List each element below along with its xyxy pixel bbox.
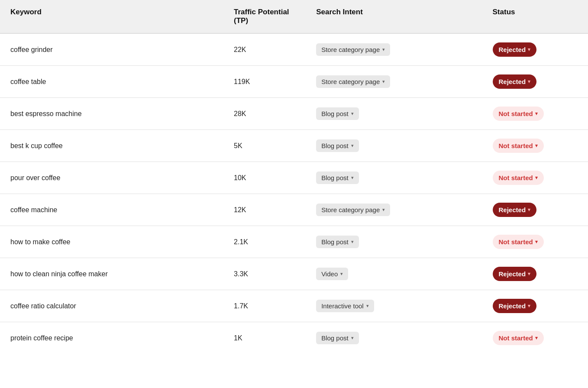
table-row: coffee table119KStore category page▾Reje… <box>0 66 588 98</box>
intent-chevron-icon: ▾ <box>351 143 354 149</box>
cell-intent[interactable]: Store category page▾ <box>306 66 482 98</box>
cell-keyword: how to clean ninja coffee maker <box>0 258 223 290</box>
status-label: Not started <box>499 174 533 181</box>
intent-label: Blog post <box>321 174 349 181</box>
intent-badge[interactable]: Store category page▾ <box>316 75 390 88</box>
cell-keyword: coffee table <box>0 66 223 98</box>
table-row: best k cup coffee5KBlog post▾Not started… <box>0 130 588 162</box>
status-badge[interactable]: Rejected▾ <box>493 267 537 281</box>
status-chevron-icon: ▾ <box>535 335 538 341</box>
table-row: protein coffee recipe1KBlog post▾Not sta… <box>0 322 588 354</box>
cell-traffic: 5K <box>223 130 306 162</box>
status-badge[interactable]: Rejected▾ <box>493 299 537 313</box>
cell-intent[interactable]: Interactive tool▾ <box>306 290 482 322</box>
cell-traffic: 1.7K <box>223 290 306 322</box>
status-label: Rejected <box>499 78 526 85</box>
cell-status[interactable]: Rejected▾ <box>482 33 588 66</box>
status-badge[interactable]: Not started▾ <box>493 107 544 121</box>
cell-status[interactable]: Not started▾ <box>482 130 588 162</box>
intent-badge[interactable]: Blog post▾ <box>316 107 359 120</box>
header-status: Status <box>482 0 588 33</box>
cell-traffic: 1K <box>223 322 306 354</box>
status-badge[interactable]: Not started▾ <box>493 139 544 153</box>
intent-chevron-icon: ▾ <box>382 207 385 213</box>
intent-badge[interactable]: Blog post▾ <box>316 139 359 152</box>
status-badge[interactable]: Not started▾ <box>493 331 544 345</box>
intent-label: Blog post <box>321 110 349 117</box>
intent-chevron-icon: ▾ <box>382 47 385 52</box>
status-chevron-icon: ▾ <box>528 47 530 52</box>
status-badge[interactable]: Rejected▾ <box>493 42 537 57</box>
intent-label: Video <box>321 270 338 278</box>
cell-status[interactable]: Not started▾ <box>482 98 588 130</box>
cell-status[interactable]: Not started▾ <box>482 322 588 354</box>
header-keyword: Keyword <box>0 0 223 33</box>
table-row: coffee ratio calculator1.7KInteractive t… <box>0 290 588 322</box>
status-label: Not started <box>499 142 533 149</box>
table-row: coffee grinder22KStore category page▾Rej… <box>0 33 588 66</box>
intent-badge[interactable]: Store category page▾ <box>316 204 390 216</box>
cell-status[interactable]: Not started▾ <box>482 162 588 194</box>
header-traffic: Traffic Potential (TP) <box>223 0 306 33</box>
intent-chevron-icon: ▾ <box>340 271 343 277</box>
cell-keyword: coffee machine <box>0 194 223 226</box>
cell-intent[interactable]: Blog post▾ <box>306 98 482 130</box>
status-badge[interactable]: Not started▾ <box>493 235 544 249</box>
cell-intent[interactable]: Store category page▾ <box>306 33 482 66</box>
intent-chevron-icon: ▾ <box>382 79 385 84</box>
intent-badge[interactable]: Blog post▾ <box>316 171 359 184</box>
status-chevron-icon: ▾ <box>528 79 530 84</box>
status-label: Not started <box>499 334 533 342</box>
intent-badge[interactable]: Interactive tool▾ <box>316 300 374 312</box>
cell-intent[interactable]: Blog post▾ <box>306 162 482 194</box>
intent-label: Store category page <box>321 46 380 53</box>
cell-status[interactable]: Not started▾ <box>482 226 588 258</box>
table-row: coffee machine12KStore category page▾Rej… <box>0 194 588 226</box>
intent-badge[interactable]: Blog post▾ <box>316 332 359 344</box>
status-label: Not started <box>499 238 533 246</box>
status-chevron-icon: ▾ <box>528 271 530 277</box>
cell-intent[interactable]: Blog post▾ <box>306 322 482 354</box>
intent-label: Blog post <box>321 142 349 149</box>
status-chevron-icon: ▾ <box>535 143 538 149</box>
status-chevron-icon: ▾ <box>528 207 530 213</box>
cell-traffic: 28K <box>223 98 306 130</box>
cell-status[interactable]: Rejected▾ <box>482 290 588 322</box>
intent-label: Blog post <box>321 334 349 342</box>
cell-traffic: 3.3K <box>223 258 306 290</box>
cell-keyword: coffee grinder <box>0 33 223 66</box>
status-badge[interactable]: Rejected▾ <box>493 74 537 89</box>
cell-status[interactable]: Rejected▾ <box>482 194 588 226</box>
cell-intent[interactable]: Blog post▾ <box>306 130 482 162</box>
status-chevron-icon: ▾ <box>535 239 538 245</box>
cell-keyword: pour over coffee <box>0 162 223 194</box>
status-label: Rejected <box>499 270 526 278</box>
cell-intent[interactable]: Video▾ <box>306 258 482 290</box>
cell-status[interactable]: Rejected▾ <box>482 66 588 98</box>
intent-label: Blog post <box>321 238 349 246</box>
status-badge[interactable]: Not started▾ <box>493 171 544 185</box>
status-chevron-icon: ▾ <box>528 303 530 309</box>
cell-intent[interactable]: Store category page▾ <box>306 194 482 226</box>
intent-label: Store category page <box>321 206 380 213</box>
intent-badge[interactable]: Video▾ <box>316 268 348 280</box>
status-badge[interactable]: Rejected▾ <box>493 203 537 217</box>
table-row: how to make coffee2.1KBlog post▾Not star… <box>0 226 588 258</box>
cell-keyword: best espresso machine <box>0 98 223 130</box>
table-row: pour over coffee10KBlog post▾Not started… <box>0 162 588 194</box>
intent-chevron-icon: ▾ <box>351 111 354 116</box>
cell-traffic: 119K <box>223 66 306 98</box>
cell-traffic: 12K <box>223 194 306 226</box>
intent-label: Interactive tool <box>321 302 364 310</box>
intent-badge[interactable]: Store category page▾ <box>316 43 390 56</box>
cell-keyword: how to make coffee <box>0 226 223 258</box>
status-chevron-icon: ▾ <box>535 111 538 116</box>
cell-intent[interactable]: Blog post▾ <box>306 226 482 258</box>
intent-chevron-icon: ▾ <box>351 175 354 181</box>
cell-keyword: protein coffee recipe <box>0 322 223 354</box>
cell-status[interactable]: Rejected▾ <box>482 258 588 290</box>
status-label: Not started <box>499 110 533 117</box>
intent-label: Store category page <box>321 78 380 85</box>
table-header-row: Keyword Traffic Potential (TP) Search In… <box>0 0 588 33</box>
intent-badge[interactable]: Blog post▾ <box>316 236 359 248</box>
